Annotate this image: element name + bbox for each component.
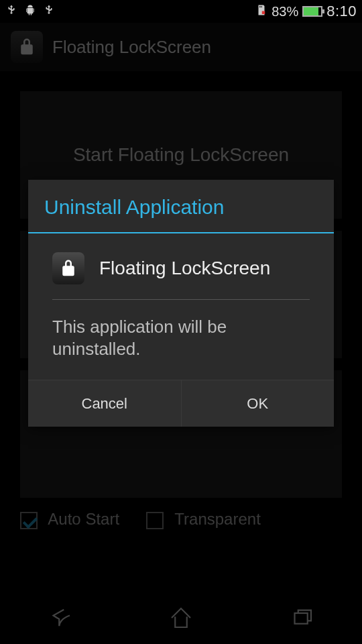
status-bar: 83% 8:10 bbox=[0, 0, 362, 23]
usb-icon-2 bbox=[43, 4, 55, 19]
clock: 8:10 bbox=[326, 3, 357, 20]
dialog-button-bar: Cancel OK bbox=[28, 380, 334, 427]
dialog-app-row: Floating LockScreen bbox=[52, 252, 310, 300]
uninstall-dialog: Uninstall Application Floating LockScree… bbox=[28, 180, 334, 427]
dialog-message: This application will be uninstalled. bbox=[52, 300, 310, 360]
lock-icon bbox=[52, 252, 84, 284]
battery-icon bbox=[302, 6, 322, 17]
dialog-app-name: Floating LockScreen bbox=[99, 258, 270, 279]
usb-icon bbox=[5, 4, 17, 19]
android-debug-icon bbox=[24, 4, 36, 19]
dialog-title: Uninstall Application bbox=[28, 180, 334, 233]
ok-button[interactable]: OK bbox=[181, 380, 335, 427]
cancel-button[interactable]: Cancel bbox=[28, 380, 181, 427]
sd-card-icon bbox=[255, 4, 267, 19]
svg-rect-0 bbox=[262, 11, 265, 14]
battery-percent: 83% bbox=[272, 4, 298, 19]
